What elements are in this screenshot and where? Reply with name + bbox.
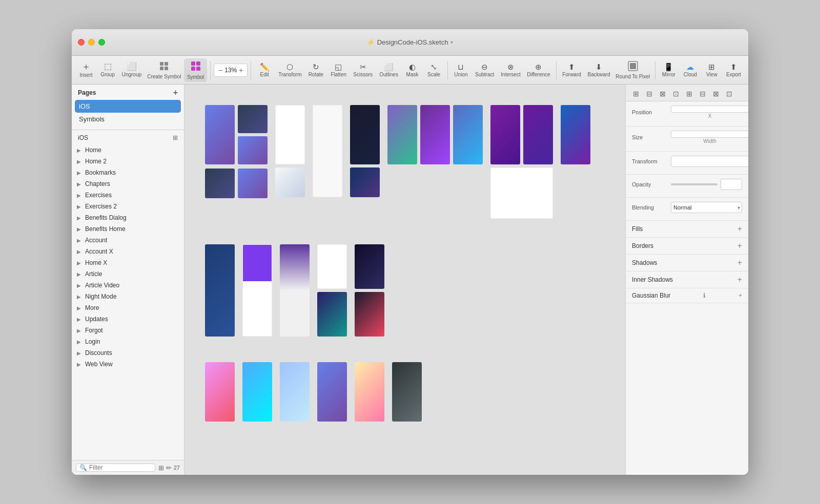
align-top-tab[interactable]: ⊡ [670, 88, 682, 101]
export-button[interactable]: ⬆ Export [723, 61, 744, 79]
add-page-button[interactable]: + [173, 89, 178, 97]
artboard-exercises-2[interactable] [350, 167, 380, 197]
artboard-thankyou-2[interactable] [523, 105, 553, 164]
layer-item-exercises[interactable]: ▶ Exercises [72, 190, 184, 201]
filter-edit-icon[interactable]: ✏ [166, 464, 172, 472]
shadows-add-button[interactable]: + [737, 258, 742, 267]
artboard-benefits-1[interactable] [387, 105, 417, 164]
zoom-out-button[interactable]: − [217, 66, 223, 74]
scissors-button[interactable]: ✂ Scissors [351, 61, 376, 79]
maximize-button[interactable] [98, 39, 105, 46]
intersect-button[interactable]: ⊗ Intersect [498, 61, 523, 79]
align-center-tab[interactable]: ⊟ [643, 88, 655, 101]
close-button[interactable] [78, 39, 85, 46]
layer-item-account[interactable]: ▶ Account [72, 235, 184, 246]
backward-button[interactable]: ⬇ Backward [585, 61, 612, 79]
artboard-night-1[interactable] [355, 244, 384, 289]
artboard-list[interactable] [490, 167, 553, 219]
inner-shadows-add-button[interactable]: + [737, 275, 742, 284]
artboard-home-4[interactable] [205, 169, 235, 198]
artboard-web-view[interactable] [392, 362, 422, 422]
align-right-tab[interactable]: ⊠ [657, 88, 669, 101]
view-button[interactable]: ⊞ View [702, 61, 722, 79]
layer-item-web-view[interactable]: ▶ Web View [72, 359, 184, 370]
group-button[interactable]: ⬚ Group [97, 60, 118, 79]
filter-copy-icon[interactable]: ⊞ [158, 464, 164, 472]
canvas-area[interactable] [184, 85, 625, 475]
layer-item-forgot[interactable]: ▶ Forgot [72, 325, 184, 336]
borders-add-button[interactable]: + [737, 241, 742, 250]
distribute-h-tab[interactable]: ⊠ [710, 88, 722, 101]
minimize-button[interactable] [88, 39, 95, 46]
layer-item-login[interactable]: ▶ Login [72, 336, 184, 347]
artboard-article-3[interactable] [280, 244, 310, 337]
layer-item-article[interactable]: ▶ Article [72, 268, 184, 280]
artboard-discounts[interactable] [355, 362, 384, 422]
layers-filter-button[interactable]: ⊞ [173, 134, 178, 141]
create-symbol-button[interactable]: Create Symbol [146, 59, 183, 81]
artboard-learn[interactable] [561, 105, 590, 164]
artboard-home-3[interactable] [238, 136, 268, 164]
layer-item-chapters[interactable]: ▶ Chapters [72, 178, 184, 190]
edit-button[interactable]: ✏️ Edit [254, 61, 275, 79]
layer-item-home2[interactable]: ▶ Home 2 [72, 156, 184, 167]
artboard-updates-2[interactable] [242, 362, 272, 422]
symbol-button[interactable]: Symbol [184, 58, 207, 82]
layer-item-night-mode[interactable]: ▶ Night Mode [72, 291, 184, 302]
round-to-pixel-button[interactable]: Round To Pixel [614, 59, 652, 81]
artboard-benefits-3[interactable] [453, 105, 483, 164]
artboard-login[interactable] [317, 362, 347, 422]
artboard-article-video-1[interactable] [317, 244, 347, 289]
gaussian-blur-add-button[interactable]: + [739, 292, 742, 299]
blending-select[interactable]: Normal [671, 202, 742, 213]
layer-item-home[interactable]: ▶ Home [72, 144, 184, 156]
artboard-home-2[interactable] [238, 105, 268, 133]
layer-item-bookmarks[interactable]: ▶ Bookmarks [72, 167, 184, 178]
ungroup-button[interactable]: ⬜ Ungroup [119, 60, 144, 79]
artboard-article-video-2[interactable] [317, 292, 347, 337]
artboard-article-2[interactable] [242, 244, 272, 337]
mask-button[interactable]: ◐ Mask [402, 61, 423, 79]
artboard-chapters[interactable] [275, 167, 305, 197]
outlines-button[interactable]: ⬜ Outlines [377, 61, 401, 79]
layer-item-exercises2[interactable]: ▶ Exercises 2 [72, 201, 184, 212]
flatten-button[interactable]: ◱ Flatten [327, 61, 350, 79]
artboard-home-5[interactable] [238, 169, 268, 198]
difference-button[interactable]: ⊕ Difference [524, 61, 552, 79]
layer-item-benefits-dialog[interactable]: ▶ Benefits Dialog [72, 212, 184, 223]
layer-item-discounts[interactable]: ▶ Discounts [72, 347, 184, 359]
fills-add-button[interactable]: + [737, 224, 742, 234]
zoom-control[interactable]: − 13% + [214, 64, 248, 77]
align-bottom-tab[interactable]: ⊟ [696, 88, 709, 101]
title-dropdown-icon[interactable]: ▾ [450, 39, 453, 45]
layer-item-updates[interactable]: ▶ Updates [72, 313, 184, 325]
page-item-symbols[interactable]: Symbols [75, 113, 181, 125]
zoom-in-button[interactable]: + [238, 66, 244, 74]
filter-input[interactable] [89, 464, 135, 471]
align-middle-tab[interactable]: ⊞ [683, 88, 695, 101]
layer-item-more[interactable]: ▶ More [72, 302, 184, 313]
cloud-button[interactable]: ☁ Cloud [680, 61, 701, 79]
artboard-benefits-2[interactable] [420, 105, 450, 164]
shadows-section[interactable]: Shadows + [626, 255, 748, 271]
artboard-home-1[interactable] [205, 105, 235, 164]
rotate-button[interactable]: ↻ Rotate [305, 61, 327, 79]
transform-button[interactable]: ⬡ Transform [276, 61, 304, 79]
layer-item-account-x[interactable]: ▶ Account X [72, 246, 184, 257]
union-button[interactable]: ⊔ Union [450, 61, 471, 79]
artboard-article-1[interactable] [205, 244, 235, 337]
width-input[interactable] [671, 131, 748, 138]
distribute-v-tab[interactable]: ⊡ [723, 88, 735, 101]
rotation-input[interactable] [671, 156, 748, 167]
artboard-night-2[interactable] [355, 292, 384, 337]
scale-button[interactable]: ⤡ Scale [424, 61, 444, 79]
artboard-thankyou-1[interactable] [490, 105, 520, 164]
fills-section[interactable]: Fills + [626, 221, 748, 238]
artboard-exercises-1[interactable] [350, 105, 380, 164]
layer-item-home-x[interactable]: ▶ Home X [72, 257, 184, 268]
mirror-button[interactable]: 📱 Mirror [659, 61, 679, 79]
forward-button[interactable]: ⬆ Forward [560, 61, 584, 79]
borders-section[interactable]: Borders + [626, 238, 748, 255]
inner-shadows-section[interactable]: Inner Shadows + [626, 271, 748, 288]
align-left-tab[interactable]: ⊞ [630, 88, 642, 101]
